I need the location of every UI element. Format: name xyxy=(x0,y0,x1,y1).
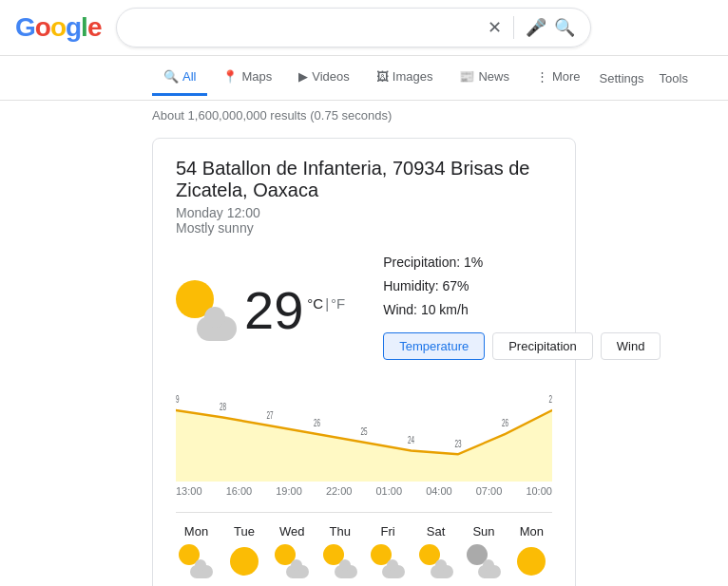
celsius-unit[interactable]: °C xyxy=(307,295,323,312)
tab-news[interactable]: 📰 News xyxy=(448,60,521,96)
svg-marker-0 xyxy=(176,410,552,482)
maps-icon: 📍 xyxy=(222,69,238,84)
day-forecast-sun: Sun 31° 21° xyxy=(464,524,505,586)
more-icon: ⋮ xyxy=(536,69,548,84)
temperature-chart: 29 28 27 26 25 24 23 26 29 xyxy=(176,387,552,482)
clear-search-button[interactable]: ✕ xyxy=(488,17,502,38)
day-icon-mon1 xyxy=(179,544,213,578)
svg-text:29: 29 xyxy=(548,393,552,405)
settings-link[interactable]: Settings xyxy=(596,62,648,95)
temperature-value: 29 xyxy=(244,284,303,337)
svg-text:29: 29 xyxy=(176,393,180,405)
voice-search-button[interactable]: 🎤 xyxy=(526,17,546,38)
videos-icon: ▶ xyxy=(298,69,308,84)
day-forecast-fri: Fri 29° 22° xyxy=(368,524,409,586)
tools-link[interactable]: Tools xyxy=(656,62,692,95)
search-bar: weather ✕ 🎤 🔍 xyxy=(116,8,591,47)
tab-more[interactable]: ⋮ More xyxy=(525,60,592,96)
day-forecast-mon2: Mon 31° 22° xyxy=(511,524,552,586)
google-logo: Google xyxy=(15,12,101,43)
temp-units: °C | °F xyxy=(307,295,345,312)
day-icon-mon2 xyxy=(514,544,548,578)
chart-buttons: Temperature Precipitation Wind xyxy=(383,332,661,360)
weather-datetime: Monday 12:00 xyxy=(176,205,552,220)
weather-icon xyxy=(176,280,237,341)
day-forecast-thu: Thu 29° 23° xyxy=(319,524,360,586)
svg-text:26: 26 xyxy=(502,417,508,428)
news-icon: 📰 xyxy=(459,69,474,84)
svg-text:27: 27 xyxy=(266,408,273,420)
daily-forecast: Mon 29° 22° Tue 30° 22° Wed 30° 22° xyxy=(176,512,552,586)
day-forecast-mon1: Mon 29° 22° xyxy=(176,524,217,586)
time-labels: 13:00 16:00 19:00 22:00 01:00 04:00 07:0… xyxy=(176,485,552,497)
day-icon-fri xyxy=(371,544,405,578)
settings-tools: Settings Tools xyxy=(596,62,692,95)
wind-button[interactable]: Wind xyxy=(601,332,661,360)
precipitation-button[interactable]: Precipitation xyxy=(492,332,593,360)
day-icon-tue xyxy=(227,544,261,578)
svg-text:23: 23 xyxy=(454,437,461,448)
tab-all[interactable]: 🔍 All xyxy=(152,60,207,96)
fahrenheit-unit[interactable]: °F xyxy=(331,295,345,312)
nav-tabs: 🔍 All 📍 Maps ▶ Videos 🖼 Images 📰 News ⋮ … xyxy=(0,56,728,101)
svg-text:26: 26 xyxy=(314,417,320,428)
search-icon: 🔍 xyxy=(163,69,179,84)
header: Google weather ✕ 🎤 🔍 xyxy=(0,0,728,56)
day-icon-sat xyxy=(419,544,453,578)
weather-location: 54 Batallon de Infanteria, 70934 Brisas … xyxy=(176,158,552,201)
day-icon-thu xyxy=(323,544,357,578)
tab-maps[interactable]: 📍 Maps xyxy=(211,60,283,96)
svg-text:28: 28 xyxy=(220,401,226,412)
precipitation-detail: Precipitation: 1% xyxy=(383,251,661,274)
svg-text:24: 24 xyxy=(408,434,414,445)
weather-icon-temp: 29 °C | °F xyxy=(176,280,345,341)
day-forecast-sat: Sat 30° 22° xyxy=(415,524,456,586)
results-info: About 1,600,000,000 results (0.75 second… xyxy=(0,101,728,130)
day-forecast-tue: Tue 30° 22° xyxy=(223,524,264,586)
weather-details: Precipitation: 1% Humidity: 67% Wind: 10… xyxy=(383,251,661,371)
wind-detail: Wind: 10 km/h xyxy=(383,298,661,322)
weather-condition: Mostly sunny xyxy=(176,220,552,236)
chart-svg: 29 28 27 26 25 24 23 26 29 xyxy=(176,387,552,482)
images-icon: 🖼 xyxy=(376,69,389,84)
humidity-detail: Humidity: 67% xyxy=(383,274,661,298)
svg-text:25: 25 xyxy=(360,425,367,437)
search-button[interactable]: 🔍 xyxy=(554,17,575,38)
search-input[interactable]: weather xyxy=(132,19,480,36)
weather-main: 29 °C | °F Precipitation: 1% Humidity: 6… xyxy=(176,251,552,371)
temperature-display: 29 °C | °F xyxy=(244,284,345,337)
day-icon-sun xyxy=(467,544,501,578)
day-icon-wed xyxy=(275,544,309,578)
temperature-button[interactable]: Temperature xyxy=(383,332,485,360)
day-forecast-wed: Wed 30° 22° xyxy=(272,524,313,586)
tab-images[interactable]: 🖼 Images xyxy=(365,60,445,96)
tab-videos[interactable]: ▶ Videos xyxy=(287,60,361,96)
weather-card: 54 Batallon de Infanteria, 70934 Brisas … xyxy=(152,138,576,586)
